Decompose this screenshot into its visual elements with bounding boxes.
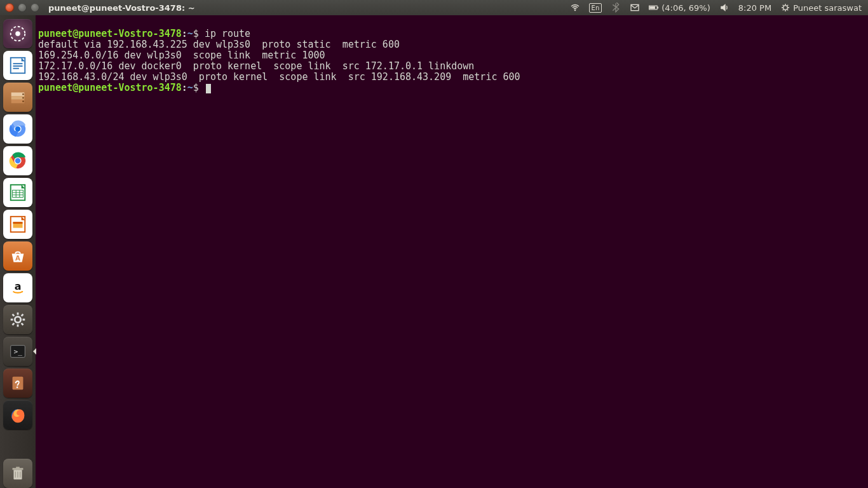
- svg-point-23: [15, 158, 20, 163]
- prompt-path: ~: [187, 82, 193, 93]
- battery-indicator[interactable]: (4:06, 69%): [649, 3, 710, 13]
- svg-point-16: [22, 97, 24, 98]
- devhelp-icon[interactable]: [3, 369, 32, 398]
- session-menu[interactable]: Puneet saraswat: [780, 3, 862, 13]
- top-menubar: puneet@puneet-Vostro-3478: ~ En (4:06, 6…: [0, 0, 868, 15]
- wifi-indicator-icon[interactable]: [570, 3, 580, 13]
- svg-point-15: [22, 93, 24, 95]
- prompt-symbol: $: [193, 82, 199, 93]
- ubuntu-software-icon[interactable]: A: [3, 241, 32, 271]
- keyboard-layout-indicator[interactable]: En: [589, 3, 602, 13]
- dash-icon[interactable]: [3, 19, 32, 48]
- chromium-icon[interactable]: [3, 114, 32, 144]
- window-title: puneet@puneet-Vostro-3478: ~: [48, 3, 195, 13]
- terminal-icon[interactable]: >_: [3, 337, 32, 366]
- svg-rect-39: [16, 467, 20, 468]
- unity-launcher: A a >_: [0, 15, 36, 488]
- window-close-button[interactable]: [5, 3, 14, 12]
- svg-point-0: [574, 10, 576, 11]
- bluetooth-indicator-icon[interactable]: [611, 3, 621, 13]
- svg-point-17: [22, 100, 24, 102]
- svg-point-5: [783, 6, 788, 10]
- svg-rect-3: [650, 6, 655, 8]
- cursor: [206, 84, 211, 93]
- svg-point-31: [15, 316, 20, 322]
- mail-indicator-icon[interactable]: [630, 3, 640, 13]
- svg-rect-9: [13, 63, 23, 64]
- window-controls: [0, 3, 39, 12]
- output-line: default via 192.168.43.225 dev wlp3s0 pr…: [38, 39, 400, 50]
- prompt-line-2: puneet@puneet-Vostro-3478:~$: [38, 82, 211, 93]
- window-minimize-button[interactable]: [18, 3, 27, 12]
- libreoffice-impress-icon[interactable]: [3, 210, 32, 239]
- svg-rect-28: [13, 222, 23, 224]
- battery-text: (4:06, 69%): [661, 3, 710, 13]
- prompt-symbol: $: [193, 28, 199, 39]
- svg-point-35: [17, 386, 18, 388]
- amazon-icon[interactable]: a: [3, 273, 32, 302]
- svg-point-7: [15, 31, 20, 36]
- prompt-user: puneet@puneet-Vostro-3478: [38, 82, 182, 93]
- libreoffice-writer-icon[interactable]: [3, 51, 32, 80]
- terminal-viewport[interactable]: puneet@puneet-Vostro-3478:~$ ip route de…: [36, 15, 868, 488]
- svg-text:A: A: [15, 254, 20, 262]
- system-settings-icon[interactable]: [3, 305, 32, 334]
- system-tray: En (4:06, 69%) 8:20 PM Puneet saraswat: [570, 3, 868, 13]
- prompt-user: puneet@puneet-Vostro-3478: [38, 28, 182, 39]
- clock[interactable]: 8:20 PM: [738, 3, 771, 13]
- output-line: 172.17.0.0/16 dev docker0 proto kernel s…: [38, 60, 474, 72]
- svg-text:a: a: [15, 280, 22, 292]
- files-icon[interactable]: [3, 83, 32, 112]
- svg-rect-4: [658, 7, 658, 8]
- google-chrome-icon[interactable]: [3, 146, 32, 175]
- output-line: 192.168.43.0/24 dev wlp3s0 proto kernel …: [38, 71, 520, 83]
- svg-rect-38: [13, 468, 24, 470]
- volume-indicator-icon[interactable]: [719, 3, 729, 13]
- svg-text:>_: >_: [13, 348, 22, 356]
- prompt-path: ~: [187, 28, 193, 39]
- prompt-line-1: puneet@puneet-Vostro-3478:~$ ip route: [38, 28, 250, 39]
- firefox-icon[interactable]: [3, 400, 32, 430]
- svg-rect-11: [13, 68, 19, 69]
- window-maximize-button[interactable]: [31, 3, 39, 12]
- libreoffice-calc-icon[interactable]: [3, 178, 32, 207]
- output-line: 169.254.0.0/16 dev wlp3s0 scope link met…: [38, 50, 325, 61]
- session-user: Puneet saraswat: [793, 3, 862, 13]
- trash-icon[interactable]: [3, 459, 32, 488]
- svg-rect-10: [13, 65, 23, 67]
- command-1: ip route: [205, 28, 250, 39]
